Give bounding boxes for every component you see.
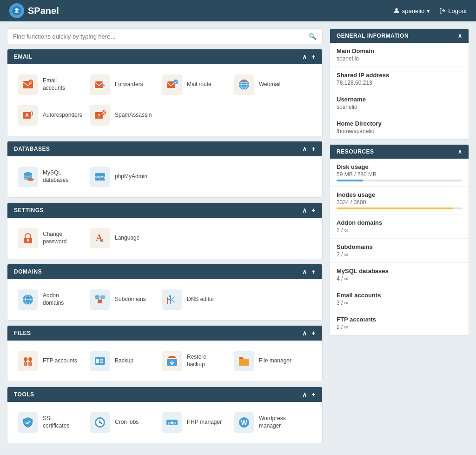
section-settings-collapse[interactable]: ∧ bbox=[302, 207, 307, 214]
section-tools: TOOLS ∧ + SSL certificates bbox=[7, 387, 323, 443]
shared-ip-row: Shared IP address 78.128.60.213 bbox=[330, 67, 469, 91]
section-tools-controls: ∧ + bbox=[302, 391, 316, 398]
header: SPanel spanelio ▾ Logout bbox=[0, 0, 476, 21]
section-databases-collapse[interactable]: ∧ bbox=[302, 145, 307, 153]
restore-backup-icon bbox=[162, 351, 182, 371]
section-email-body: @ Email accounts Forwarders bbox=[7, 64, 322, 136]
dns-editor-item[interactable]: DNS editor bbox=[159, 287, 226, 313]
left-panel: 🔍 EMAIL ∧ + @ bbox=[7, 28, 323, 443]
php-manager-label: PHP manager bbox=[187, 419, 222, 426]
phpmyadmin-item[interactable]: phpMy phpMyAdmin bbox=[87, 164, 154, 190]
svg-rect-53 bbox=[239, 359, 249, 366]
backup-item[interactable]: Backup bbox=[87, 348, 154, 374]
forwarders-item[interactable]: Forwarders bbox=[87, 72, 154, 98]
section-domains-collapse[interactable]: ∧ bbox=[302, 268, 307, 275]
section-settings-header: SETTINGS ∧ + bbox=[7, 203, 322, 218]
autoresponders-item[interactable]: A Autoresponders bbox=[15, 102, 82, 128]
section-settings-title: SETTINGS bbox=[14, 207, 44, 214]
ssl-icon bbox=[18, 412, 38, 433]
section-tools-add[interactable]: + bbox=[311, 391, 316, 398]
search-input[interactable] bbox=[13, 33, 305, 40]
svg-text:.com: .com bbox=[25, 303, 31, 306]
section-tools-body: SSL certificates Cron jobs bbox=[7, 402, 322, 443]
search-bar: 🔍 bbox=[7, 28, 323, 44]
spamassassin-item[interactable]: ? SpamAssassin bbox=[87, 102, 154, 128]
backup-label: Backup bbox=[115, 357, 133, 365]
email-accounts-item[interactable]: @ Email accounts bbox=[15, 72, 82, 98]
ssl-certificates-item[interactable]: SSL certificates bbox=[15, 409, 82, 435]
change-password-item[interactable]: Change password bbox=[15, 225, 82, 251]
subdomains-res-row: Subdomains 2 / ∞ bbox=[330, 239, 469, 263]
section-settings-controls: ∧ + bbox=[302, 207, 316, 214]
svg-rect-50 bbox=[100, 359, 103, 361]
section-settings-add[interactable]: + bbox=[311, 207, 316, 214]
subdomains-item[interactable]: sub Subdomains bbox=[87, 287, 154, 313]
main-domain-value: spanel.io bbox=[337, 55, 462, 62]
inodes-usage-value: 3334 / 3600 bbox=[337, 199, 462, 206]
section-domains-header: DOMAINS ∧ + bbox=[7, 264, 322, 279]
webmail-icon bbox=[234, 74, 254, 95]
home-dir-value: /home/spanelio bbox=[337, 128, 462, 134]
section-email-add[interactable]: + bbox=[311, 53, 316, 60]
webmail-item[interactable]: Webmail bbox=[231, 72, 298, 98]
section-email-collapse[interactable]: ∧ bbox=[302, 53, 307, 60]
svg-point-21 bbox=[27, 178, 34, 181]
email-accounts-res-label: Email accounts bbox=[337, 292, 462, 299]
ftp-accounts-row: FTP accounts 2 / ∞ bbox=[330, 311, 469, 335]
language-item[interactable]: A a Language bbox=[87, 225, 154, 251]
mail-route-label: Mail route bbox=[187, 81, 212, 88]
mail-route-item[interactable]: Mail route bbox=[159, 72, 226, 98]
section-files-collapse[interactable]: ∧ bbox=[302, 329, 307, 337]
section-databases-body: MySQL databases phpMy phpMyAdmin bbox=[7, 156, 322, 197]
mail-route-icon bbox=[162, 74, 182, 95]
svg-rect-39 bbox=[167, 297, 168, 304]
svg-point-42 bbox=[24, 357, 27, 361]
addon-domains-item[interactable]: .com Addon domains bbox=[15, 287, 82, 313]
svg-rect-44 bbox=[24, 362, 27, 366]
addon-domains-label: Addon domains bbox=[43, 292, 79, 307]
username: spanelio bbox=[402, 7, 424, 14]
main-domain-row: Main Domain spanel.io bbox=[330, 43, 469, 67]
disk-usage-bar bbox=[337, 180, 363, 181]
svg-rect-12 bbox=[242, 80, 246, 81]
section-databases-title: DATABASES bbox=[14, 146, 50, 152]
user-menu[interactable]: spanelio ▾ bbox=[393, 7, 430, 14]
section-databases-controls: ∧ + bbox=[302, 145, 316, 153]
file-manager-item[interactable]: File manager bbox=[231, 348, 298, 374]
resources-header: RESOURCES ∧ bbox=[330, 145, 469, 159]
svg-rect-51 bbox=[100, 361, 103, 363]
resources-collapse[interactable]: ∧ bbox=[458, 148, 463, 155]
section-databases-add[interactable]: + bbox=[311, 145, 316, 153]
section-domains-add[interactable]: + bbox=[311, 268, 316, 275]
main-container: 🔍 EMAIL ∧ + @ bbox=[0, 21, 476, 450]
section-tools-collapse[interactable]: ∧ bbox=[302, 391, 307, 398]
mysql-databases-item[interactable]: MySQL databases bbox=[15, 164, 82, 190]
section-tools-title: TOOLS bbox=[14, 391, 34, 398]
section-databases: DATABASES ∧ + MySQL bbox=[7, 141, 323, 198]
shared-ip-value: 78.128.60.213 bbox=[337, 80, 462, 86]
subdomains-icon: sub bbox=[90, 289, 110, 310]
file-manager-icon bbox=[234, 351, 254, 371]
inodes-usage-bar bbox=[337, 207, 453, 209]
restore-backup-item[interactable]: Restore backup bbox=[159, 348, 226, 374]
search-icon: 🔍 bbox=[309, 33, 317, 40]
section-domains-body: .com Addon domains sub bbox=[7, 279, 322, 320]
change-password-label: Change password bbox=[43, 231, 79, 245]
svg-text:?: ? bbox=[98, 113, 100, 118]
home-dir-label: Home Directory bbox=[337, 120, 462, 127]
ftp-accounts-label: FTP accounts bbox=[43, 357, 77, 365]
svg-line-38 bbox=[100, 299, 103, 300]
general-info-collapse[interactable]: ∧ bbox=[458, 33, 463, 39]
logout-button[interactable]: Logout bbox=[439, 7, 467, 14]
spamassassin-label: SpamAssassin bbox=[115, 112, 152, 119]
section-files-body: FTP accounts Backup bbox=[7, 341, 322, 381]
logo-icon bbox=[9, 3, 24, 18]
php-manager-item[interactable]: php PHP manager bbox=[159, 409, 226, 435]
email-accounts-row: Email accounts 3 / ∞ bbox=[330, 287, 469, 311]
section-settings-body: Change password A a Language bbox=[7, 218, 322, 259]
cron-jobs-item[interactable]: Cron jobs bbox=[87, 409, 154, 435]
section-files-add[interactable]: + bbox=[311, 329, 316, 337]
wordpress-manager-item[interactable]: W Wordpress manager bbox=[231, 409, 298, 435]
ftp-accounts-item[interactable]: FTP accounts bbox=[15, 348, 82, 374]
spamassassin-icon: ? bbox=[90, 105, 110, 126]
